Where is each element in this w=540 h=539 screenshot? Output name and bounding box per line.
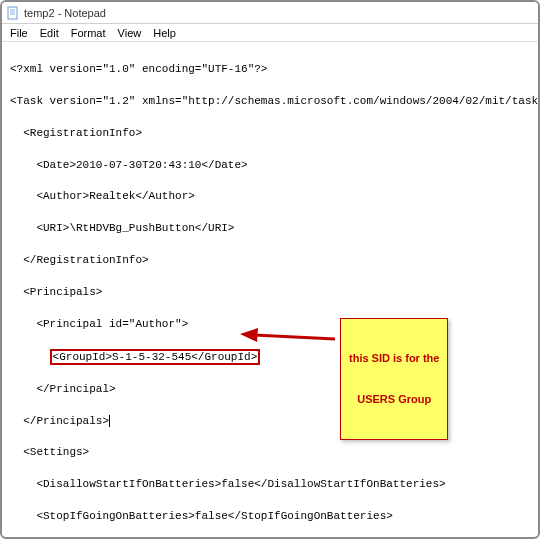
svg-marker-5: [240, 328, 258, 342]
code-line: </Principal>: [10, 383, 116, 395]
code-line: <Task version="1.2" xmlns="http://schema…: [10, 95, 538, 107]
code-line: <Principal id="Author">: [10, 318, 188, 330]
menu-format[interactable]: Format: [65, 27, 112, 39]
code-line: </RegistrationInfo>: [10, 254, 149, 266]
menu-bar: File Edit Format View Help: [2, 24, 538, 42]
code-line: <DisallowStartIfOnBatteries>false</Disal…: [10, 478, 446, 490]
text-cursor: [109, 415, 110, 427]
menu-help[interactable]: Help: [147, 27, 182, 39]
notepad-icon: [6, 6, 20, 20]
code-line: <RegistrationInfo>: [10, 127, 142, 139]
annotation-arrow-icon: [240, 327, 340, 347]
svg-line-4: [254, 335, 335, 339]
code-line-prefix: [10, 351, 50, 363]
svg-rect-0: [8, 7, 17, 19]
code-line: <Principals>: [10, 286, 102, 298]
menu-edit[interactable]: Edit: [34, 27, 65, 39]
code-line: <Settings>: [10, 446, 89, 458]
callout-line2: USERS Group: [349, 393, 439, 407]
code-line: <StopIfGoingOnBatteries>false</StopIfGoi…: [10, 510, 393, 522]
callout-line1: this SID is for the: [349, 352, 439, 366]
window-titlebar: temp2 - Notepad: [2, 2, 538, 24]
code-line: <Date>2010-07-30T20:43:10</Date>: [10, 159, 248, 171]
text-editor-area[interactable]: <?xml version="1.0" encoding="UTF-16"?> …: [2, 42, 538, 539]
code-line: <Author>Realtek</Author>: [10, 190, 195, 202]
code-line: <URI>\RtHDVBg_PushButton</URI>: [10, 222, 234, 234]
highlighted-groupid-line: <GroupId>S-1-5-32-545</GroupId>: [50, 349, 261, 365]
menu-view[interactable]: View: [112, 27, 148, 39]
code-line: <?xml version="1.0" encoding="UTF-16"?>: [10, 63, 267, 75]
window-title: temp2 - Notepad: [24, 7, 106, 19]
annotation-callout: this SID is for the USERS Group: [340, 318, 448, 440]
code-line: </Principals>: [10, 415, 109, 427]
menu-file[interactable]: File: [4, 27, 34, 39]
